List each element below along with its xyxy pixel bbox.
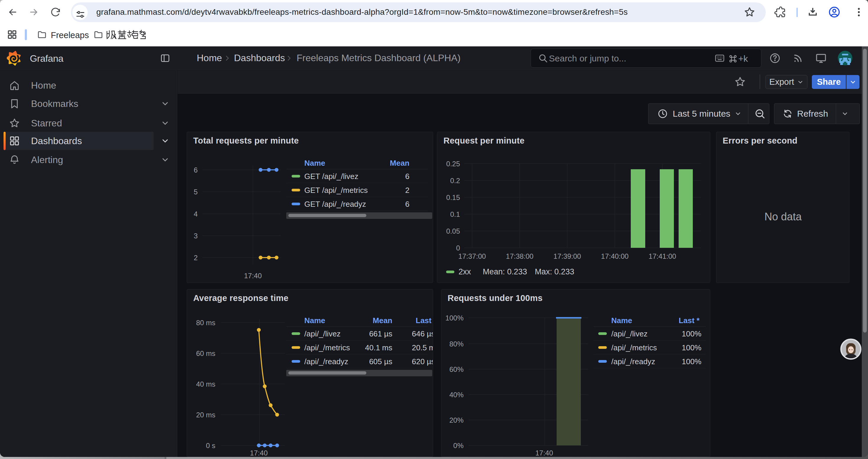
svg-text:17:40: 17:40 — [535, 449, 553, 457]
svg-text:17:40: 17:40 — [250, 449, 268, 457]
svg-text:0.25: 0.25 — [446, 160, 460, 168]
svg-text:5: 5 — [194, 188, 198, 196]
svg-text:100%: 100% — [445, 314, 464, 322]
svg-text:2: 2 — [194, 254, 198, 262]
svg-text:40%: 40% — [450, 391, 464, 399]
svg-text:0.05: 0.05 — [446, 227, 460, 235]
svg-text:17:39:00: 17:39:00 — [553, 252, 581, 260]
svg-text:17:41:00: 17:41:00 — [649, 252, 676, 260]
svg-text:0: 0 — [456, 244, 460, 252]
svg-text:80 ms: 80 ms — [196, 319, 215, 327]
svg-text:20 ms: 20 ms — [196, 411, 215, 419]
svg-text:17:40: 17:40 — [244, 272, 262, 280]
svg-text:6: 6 — [194, 166, 198, 174]
svg-text:17:37:00: 17:37:00 — [458, 252, 486, 260]
svg-text:60 ms: 60 ms — [196, 350, 215, 357]
svg-text:80%: 80% — [450, 340, 464, 348]
svg-text:0 s: 0 s — [206, 441, 215, 450]
svg-text:17:38:00: 17:38:00 — [506, 252, 533, 260]
svg-text:60%: 60% — [450, 365, 464, 373]
svg-text:0.1: 0.1 — [450, 210, 460, 218]
svg-text:3: 3 — [194, 232, 198, 240]
svg-text:4: 4 — [194, 210, 198, 218]
svg-text:17:40:00: 17:40:00 — [601, 252, 628, 260]
svg-text:20%: 20% — [450, 416, 464, 424]
svg-text:0.15: 0.15 — [446, 193, 460, 201]
svg-text:40 ms: 40 ms — [196, 380, 215, 388]
svg-text:0%: 0% — [453, 441, 464, 450]
svg-text:0.2: 0.2 — [450, 177, 460, 185]
